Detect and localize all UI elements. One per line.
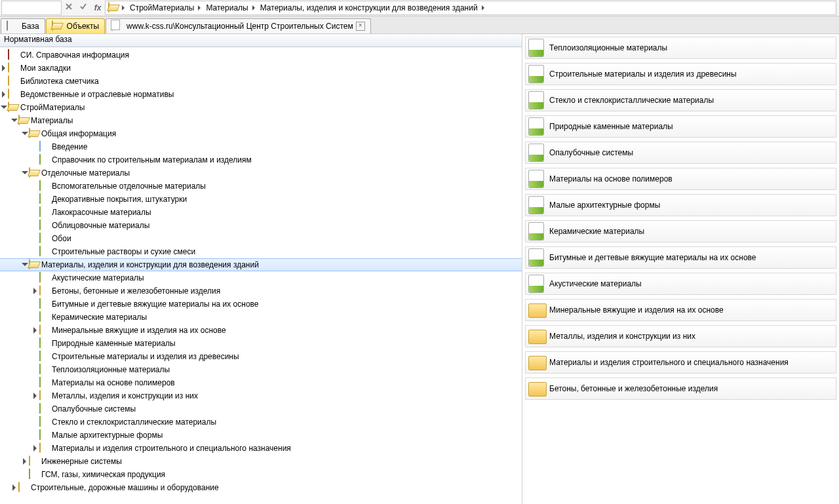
folder-icon <box>39 325 50 336</box>
tree-node[interactable]: Минеральные вяжущие и изделия на их осно… <box>0 324 522 337</box>
expand-icon[interactable] <box>31 444 39 452</box>
content-card[interactable]: Керамические материалы <box>525 220 836 242</box>
page-icon <box>111 21 122 31</box>
tree-node[interactable]: Мои закладки <box>0 62 522 75</box>
tab-base[interactable]: База <box>1 18 45 33</box>
tree-node[interactable]: Справочник по строительным материалам и … <box>0 153 522 166</box>
content-card[interactable]: Бетоны, бетонные и железобетонные издели… <box>525 378 836 400</box>
tree-node[interactable]: Строительные материалы и изделия из древ… <box>0 350 522 363</box>
tree-node-label: Инженерные системы <box>41 457 122 466</box>
tree-node[interactable]: Введение <box>0 140 522 153</box>
tree-node[interactable]: Битумные и дегтевые вяжущие материалы на… <box>0 298 522 311</box>
tree-node[interactable]: Материалы <box>0 114 522 127</box>
tree-node[interactable]: Материалы на основе полимеров <box>0 376 522 389</box>
tree-node[interactable]: Отделочные материалы <box>0 166 522 180</box>
card-label: Природные каменные материалы <box>549 122 673 131</box>
content-card[interactable]: Металлы, изделия и конструкции из них <box>525 325 836 347</box>
breadcrumb-label: Материалы, изделия и конструкции для воз… <box>260 3 478 12</box>
tab-label: www.k-css.ru\Консультационный Центр Стро… <box>127 22 353 31</box>
breadcrumb-item-2[interactable]: Материалы, изделия и конструкции для воз… <box>258 3 480 12</box>
tree-node[interactable]: Строительные, дорожные машины и оборудов… <box>0 481 522 494</box>
tab-webpage[interactable]: www.k-css.ru\Консультационный Центр Стро… <box>106 18 371 33</box>
page-icon <box>39 312 50 322</box>
tree-node[interactable]: ГСМ, газы, химическая продукция <box>0 468 522 481</box>
tree-node[interactable]: Обои <box>0 232 522 245</box>
tree-node[interactable]: Декоративные покрытия, штукатурки <box>0 193 522 206</box>
content-card[interactable]: Материалы на основе полимеров <box>525 168 836 190</box>
content-card[interactable]: Битумные и дегтевые вяжущие материалы на… <box>525 246 836 269</box>
tree-node-label: Строительные растворы и сухие смеси <box>52 247 195 256</box>
tree-node[interactable]: Стекло и стеклокристаллические материалы <box>0 416 522 429</box>
tree-node[interactable]: Лакокрасочные материалы <box>0 206 522 219</box>
tree-node[interactable]: Опалубочные системы <box>0 402 522 416</box>
page-icon <box>39 404 50 414</box>
tree-node[interactable]: Ведомственные и отраслевые нормативы <box>0 88 522 101</box>
expand-icon[interactable] <box>31 392 39 400</box>
tree-node[interactable]: Металлы, изделия и конструкции из них <box>0 389 522 402</box>
tree-node[interactable]: Керамические материалы <box>0 311 522 324</box>
tab-label: Объекты <box>67 22 100 31</box>
content-card[interactable]: Акустические материалы <box>525 273 836 295</box>
expand-icon[interactable] <box>0 90 8 98</box>
tree-node[interactable]: Теплоизоляционные материалы <box>0 363 522 376</box>
accept-formula-button[interactable] <box>76 1 90 15</box>
tree-node-label: Обои <box>52 234 71 243</box>
folder-icon <box>528 379 545 398</box>
tree-node-label: Материалы <box>31 116 73 125</box>
content-card[interactable]: Опалубочные системы <box>525 142 836 164</box>
expand-icon[interactable] <box>21 457 29 465</box>
tree-body[interactable]: СИ. Справочная информацияМои закладкиБиб… <box>0 47 522 504</box>
tree-node[interactable]: СИ. Справочная информация <box>0 48 522 62</box>
tree-node-label: Малые архитектурные формы <box>52 431 163 440</box>
tree-node[interactable]: Вспомогательные отделочные материалы <box>0 180 522 193</box>
content-card[interactable]: Малые архитектурные формы <box>525 194 836 216</box>
expand-icon[interactable] <box>0 64 8 72</box>
tree-node[interactable]: Облицовочные материалы <box>0 219 522 232</box>
page-icon <box>39 364 50 375</box>
tree-node[interactable]: Природные каменные материалы <box>0 337 522 350</box>
folder-icon <box>39 391 50 401</box>
content-card[interactable]: Теплоизоляционные материалы <box>525 37 836 59</box>
tree-node[interactable]: Бетоны, бетонные и железобетонные издели… <box>0 284 522 298</box>
expand-icon[interactable] <box>31 287 39 295</box>
page-icon <box>39 351 50 362</box>
folder-icon <box>8 89 18 100</box>
tab-objects[interactable]: Объекты <box>46 18 106 33</box>
expand-icon[interactable] <box>31 326 39 334</box>
content-card[interactable]: Природные каменные материалы <box>525 115 836 138</box>
tree-node[interactable]: Материалы и изделия строительного и спец… <box>0 442 522 455</box>
cancel-formula-button[interactable] <box>62 1 76 15</box>
tree-node[interactable]: Акустические материалы <box>0 271 522 284</box>
card-label: Опалубочные системы <box>549 148 633 157</box>
fx-button[interactable]: fx <box>90 1 105 15</box>
cards-panel[interactable]: Теплоизоляционные материалыСтроительные … <box>522 34 839 504</box>
folder-icon <box>29 456 39 467</box>
breadcrumb-item-0[interactable]: СтройМатериалы <box>127 3 197 12</box>
tree-node[interactable]: Строительные растворы и сухие смеси <box>0 245 522 258</box>
tree-header: Нормативная база <box>0 34 522 47</box>
tree-node[interactable]: Материалы, изделия и конструкции для воз… <box>0 258 522 271</box>
close-icon[interactable]: × <box>356 22 365 31</box>
content-card[interactable]: Стекло и стеклокристаллические материалы <box>525 89 836 111</box>
content-card[interactable]: Минеральные вяжущие и изделия на их осно… <box>525 299 836 321</box>
tree-node-label: Опалубочные системы <box>52 404 136 414</box>
content-card[interactable]: Материалы и изделия строительного и спец… <box>525 351 836 374</box>
card-label: Теплоизоляционные материалы <box>549 43 667 52</box>
folder-open-icon <box>29 260 39 270</box>
content-card[interactable]: Строительные материалы и изделия из древ… <box>525 63 836 85</box>
tree-node[interactable]: Малые архитектурные формы <box>0 429 522 442</box>
tree-node[interactable]: Инженерные системы <box>0 455 522 468</box>
breadcrumb-item-1[interactable]: Материалы <box>203 3 250 12</box>
tree-node[interactable]: Общая информация <box>0 127 522 140</box>
tab-label: База <box>22 22 39 31</box>
tree-node-label: Материалы, изделия и конструкции для воз… <box>41 260 259 269</box>
folder-icon <box>39 286 50 296</box>
name-box[interactable] <box>1 1 62 15</box>
page-icon <box>39 273 50 283</box>
tree-node[interactable]: Библиотека сметчика <box>0 75 522 88</box>
tree-node[interactable]: СтройМатериалы <box>0 101 522 114</box>
card-label: Материалы и изделия строительного и спец… <box>549 358 789 367</box>
page-icon <box>39 430 50 440</box>
expand-icon[interactable] <box>10 484 18 492</box>
tree-node-label: Лакокрасочные материалы <box>52 208 151 217</box>
